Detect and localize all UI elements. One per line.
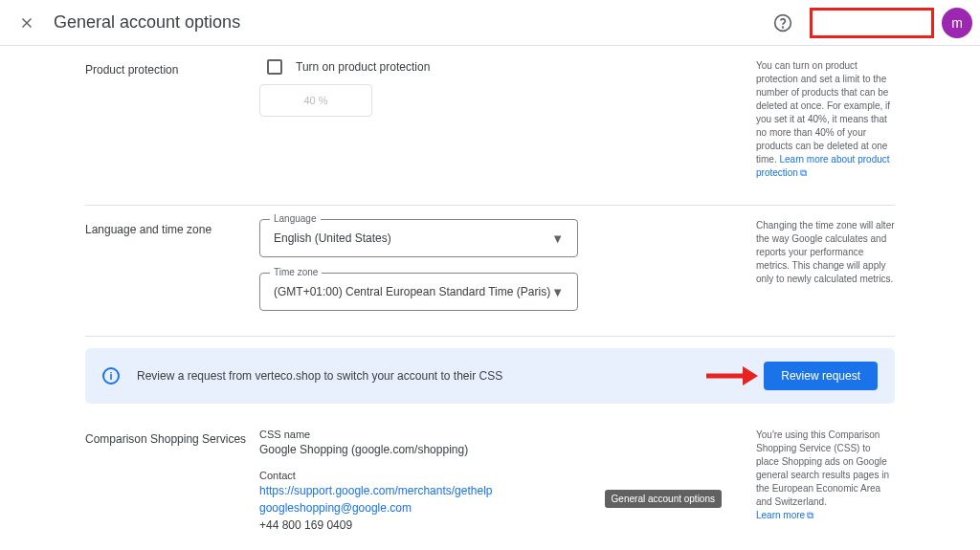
css-section: Comparison Shopping Services CSS name Go… bbox=[85, 415, 895, 550]
help-icon[interactable] bbox=[764, 4, 802, 42]
checkbox-label: Turn on product protection bbox=[296, 60, 430, 74]
protection-percent-field[interactable]: 40 % bbox=[259, 84, 372, 117]
review-request-banner: i Review a request from verteco.shop to … bbox=[85, 348, 895, 404]
product-protection-section: Product protection Turn on product prote… bbox=[85, 46, 895, 206]
css-contact-label: Contact bbox=[259, 470, 722, 481]
css-name-label: CSS name bbox=[259, 429, 722, 440]
chevron-down-icon: ▼ bbox=[551, 231, 564, 246]
close-icon[interactable] bbox=[8, 4, 46, 42]
avatar[interactable]: m bbox=[942, 8, 972, 38]
page-header: General account options m bbox=[0, 0, 980, 46]
language-select[interactable]: Language English (United States) ▼ bbox=[259, 219, 578, 257]
section-label: Language and time zone bbox=[85, 219, 259, 311]
review-request-button[interactable]: Review request bbox=[764, 362, 878, 390]
language-timezone-section: Language and time zone Language English … bbox=[85, 206, 895, 337]
protection-help-text: You can turn on product protection and s… bbox=[756, 59, 895, 180]
svg-point-3 bbox=[783, 27, 784, 28]
annotation-box bbox=[810, 8, 934, 38]
chevron-down-icon: ▼ bbox=[551, 285, 564, 299]
css-help-text: You're using this Comparison Shopping Se… bbox=[756, 429, 895, 532]
language-help-text: Changing the time zone will alter the wa… bbox=[756, 219, 895, 311]
section-label: Product protection bbox=[85, 59, 259, 180]
css-phone: +44 800 169 0409 bbox=[259, 518, 722, 532]
info-icon: i bbox=[102, 367, 120, 385]
banner-text: Review a request from verteco.shop to sw… bbox=[137, 369, 746, 383]
content-area: Product protection Turn on product prote… bbox=[74, 46, 906, 550]
external-link-icon: ⧉ bbox=[800, 166, 807, 180]
css-name-value: Google Shopping (google.com/shopping) bbox=[259, 443, 722, 456]
tooltip: General account options bbox=[605, 490, 722, 508]
css-learn-more-link[interactable]: Learn more⧉ bbox=[756, 510, 813, 520]
section-label: Comparison Shopping Services bbox=[85, 429, 259, 532]
protection-checkbox[interactable] bbox=[267, 59, 282, 75]
page-title: General account options bbox=[54, 12, 764, 33]
timezone-select[interactable]: Time zone (GMT+01:00) Central European S… bbox=[259, 273, 578, 311]
external-link-icon: ⧉ bbox=[807, 509, 813, 522]
